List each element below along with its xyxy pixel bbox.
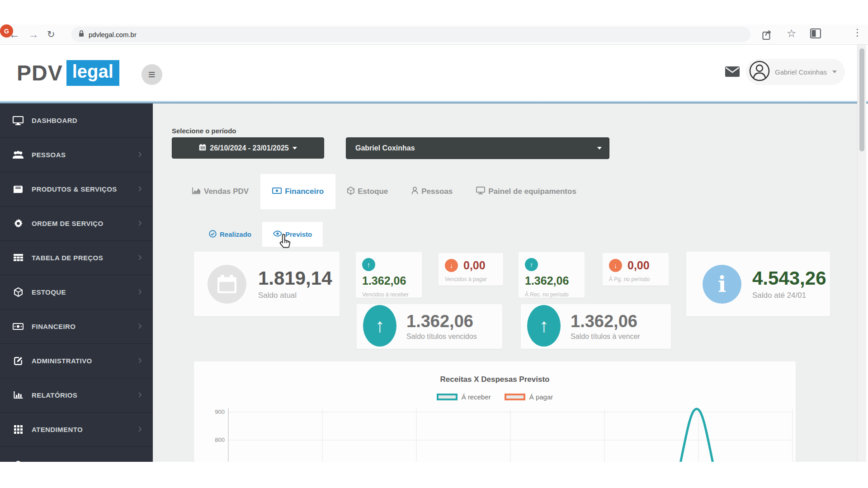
sidebar-item-label: ADMINISTRATIVO <box>32 357 92 365</box>
bar-chart-icon <box>12 391 24 399</box>
card-a-receber-no-periodo: ↑ 1.362,06 Á Rec. no período <box>519 252 585 298</box>
card-saldo-titulos-a-vencer: ↑ 1.362,06 Saldo títulos à vencer <box>521 304 671 349</box>
sidebar-item-financeiro[interactable]: FINANCEIRO › <box>0 310 153 344</box>
legend-item-a-pagar[interactable]: Á pagar <box>505 393 553 401</box>
scrollbar-thumb[interactable] <box>859 48 864 151</box>
tab-vendas-pdv[interactable]: Vendas PDV <box>180 174 260 209</box>
mail-icon[interactable] <box>725 66 740 79</box>
sidebar-item-label: PRODUTOS & SERVIÇOS <box>32 185 117 193</box>
arrow-down-icon: ↓ <box>609 259 622 272</box>
card-label: Á Rec. no período <box>525 291 578 298</box>
sidebar-item-dashboard[interactable]: DASHBOARD <box>0 103 153 138</box>
subtab-realizado[interactable]: Realizado <box>198 222 262 247</box>
tab-label: Vendas PDV <box>204 187 249 196</box>
card-vencidos-a-receber: ↑ 1.362,06 Vencidos à receber <box>356 252 422 298</box>
logo-text-legal: legal <box>66 60 119 86</box>
side-panel-icon[interactable] <box>810 28 821 40</box>
calendar-icon <box>208 265 246 304</box>
chart-legend: Á receber Á pagar <box>194 393 796 401</box>
box-icon <box>12 287 24 297</box>
share-icon[interactable] <box>762 28 774 42</box>
company-select[interactable]: Gabriel Coxinhas <box>346 137 609 159</box>
period-range-button[interactable]: 26/10/2024 - 23/01/2025 <box>172 137 324 159</box>
page-scrollbar[interactable] <box>857 45 866 462</box>
chart-title: Receitas X Despesas Previsto <box>194 361 796 384</box>
browser-forward-button[interactable]: → <box>28 27 39 42</box>
logo-text-pdv: PDV <box>17 61 63 85</box>
sidebar-item-label: RELATÓRIOS <box>32 391 77 399</box>
sidebar-item-tabela-de-precos[interactable]: TABELA DE PREÇOS › <box>0 241 153 275</box>
question-icon: ? <box>12 459 24 462</box>
tab-financeiro[interactable]: Financeiro <box>260 174 335 209</box>
money-icon <box>12 323 24 330</box>
line-chart-plot <box>194 404 796 462</box>
tab-painel-de-equipamentos[interactable]: Painel de equipamentos <box>464 174 588 209</box>
sidebar-item-ordem-de-servico[interactable]: ORDEM DE SERVIÇO › <box>0 206 153 241</box>
check-circle-icon <box>209 230 217 239</box>
arrow-up-icon: ↑ <box>362 258 375 271</box>
sidebar-item-label: DASHBOARD <box>32 117 77 124</box>
card-value: 1.362,06 <box>525 274 578 287</box>
card-a-pagar-no-periodo: ↓ 0,00 Á Pg. no período <box>603 253 669 286</box>
tab-pessoas[interactable]: Pessoas <box>400 174 464 209</box>
financeiro-subtabs: Realizado Previsto <box>198 222 323 247</box>
tab-label: Painel de equipamentos <box>488 187 576 196</box>
browser-toolbar: ← → ↻ pdvlegal.com.br ☆ G ⋮ <box>0 24 868 45</box>
sidebar-item-label: ORDEM DE SERVIÇO <box>32 220 104 227</box>
sidebar-item-label: PESSOAS <box>32 151 66 159</box>
caret-down-icon <box>597 147 602 150</box>
arrow-down-icon: ↓ <box>445 259 458 272</box>
sidebar-item-produtos-servicos[interactable]: PRODUTOS & SERVIÇOS › <box>0 172 153 206</box>
money-icon <box>272 187 282 196</box>
url-text: pdvlegal.com.br <box>89 31 137 38</box>
card-value: 1.362,06 <box>406 312 477 331</box>
hamburger-icon: ≡ <box>148 68 156 82</box>
chevron-right-icon: › <box>138 353 142 367</box>
browser-back-button[interactable]: ← <box>9 27 20 42</box>
card-label: Saldo títulos vencidos <box>406 333 477 341</box>
chart-panel: Receitas X Despesas Previsto Á receber Á… <box>194 361 796 462</box>
sidebar-item-estoque[interactable]: ESTOQUE › <box>0 275 153 310</box>
info-icon: i <box>703 265 741 304</box>
arrow-up-icon: ↑ <box>363 305 396 347</box>
chevron-right-icon: › <box>138 181 142 195</box>
sidebar-item-ajuda[interactable]: ? AJUDA <box>0 447 153 462</box>
user-name: Gabriel Coxinhas <box>775 68 827 76</box>
sidebar-item-relatorios[interactable]: RELATÓRIOS › <box>0 378 153 413</box>
card-value: 1.819,14 <box>258 268 332 289</box>
legend-label: Á pagar <box>529 393 553 401</box>
tab-estoque[interactable]: Estoque <box>335 174 400 209</box>
sidebar-item-label: ATENDIMENTO <box>32 426 83 433</box>
sidebar-item-atendimento[interactable]: ATENDIMENTO › <box>0 413 153 447</box>
pdvlegal-logo: PDV legal <box>17 60 119 86</box>
chevron-right-icon: › <box>138 319 142 333</box>
user-avatar-icon <box>749 60 770 84</box>
sidebar-item-administrativo[interactable]: ADMINISTRATIVO › <box>0 344 153 378</box>
tab-label: Financeiro <box>285 187 324 196</box>
browser-reload-button[interactable]: ↻ <box>47 27 55 42</box>
address-bar[interactable]: pdvlegal.com.br <box>71 27 750 42</box>
table-icon <box>12 254 24 262</box>
main-content: Selecione o período 26/10/2024 - 23/01/2… <box>153 103 857 462</box>
browser-menu-icon[interactable]: ⋮ <box>853 27 862 38</box>
card-label: Saldo atual <box>258 291 332 300</box>
legend-swatch-teal <box>437 394 458 400</box>
gear-icon <box>12 219 24 228</box>
card-label: Vencidos à receber <box>362 291 415 298</box>
legend-item-a-receber[interactable]: Á receber <box>437 393 491 401</box>
tab-label: Estoque <box>358 187 388 196</box>
sidebar-item-label: TABELA DE PREÇOS <box>32 254 103 262</box>
subtab-previsto[interactable]: Previsto <box>262 222 323 247</box>
bookmark-star-icon[interactable]: ☆ <box>787 26 797 41</box>
card-value: 1.362,06 <box>571 312 640 331</box>
user-menu[interactable]: Gabriel Coxinhas <box>746 59 845 85</box>
chevron-right-icon: › <box>138 284 142 298</box>
card-label: Á Pg. no período <box>609 276 662 282</box>
sidebar-toggle-button[interactable]: ≡ <box>142 64 162 85</box>
monitor-icon <box>476 187 485 197</box>
monitor-icon <box>12 116 24 125</box>
sidebar-item-pessoas[interactable]: PESSOAS › <box>0 138 153 172</box>
sidebar-item-label: ESTOQUE <box>32 288 66 296</box>
sidebar: DASHBOARD PESSOAS › PRODUTOS & SERVIÇOS … <box>0 103 153 462</box>
sidebar-item-label: AJUDA <box>32 460 56 462</box>
